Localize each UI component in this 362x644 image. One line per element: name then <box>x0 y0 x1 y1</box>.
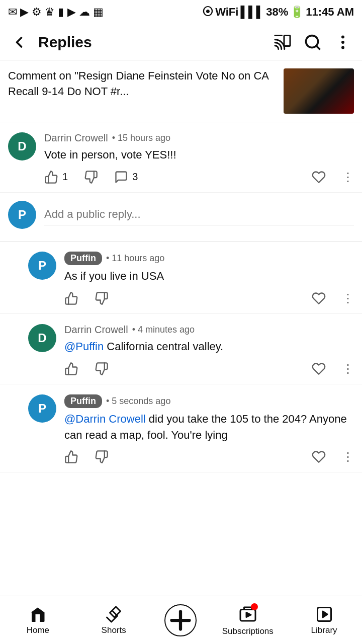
author-badge-puffin1: Puffin <box>64 252 102 265</box>
heart-button-darrin1[interactable] <box>312 170 326 184</box>
nav-library[interactable]: Library <box>299 605 349 635</box>
comment-header-puffin1: P Puffin • 11 hours ago As if you live i… <box>28 252 354 305</box>
nav-subscriptions-label: Subscriptions <box>222 626 274 636</box>
comment-meta-puffin2: Puffin • 5 seconds ago <box>64 394 354 408</box>
nav-home[interactable]: Home <box>13 605 63 635</box>
wifi-icon: WiFi <box>215 6 238 19</box>
heart-button-puffin2[interactable] <box>312 450 326 464</box>
svg-point-3 <box>341 35 344 38</box>
nav-library-label: Library <box>311 625 337 635</box>
comment-actions-puffin1: ⋮ <box>64 291 354 305</box>
svg-line-2 <box>316 45 320 49</box>
comment-header-darrin2: D Darrin Crowell • 4 minutes ago @Puffin… <box>28 324 354 376</box>
reply-count-darrin1: 3 <box>132 171 138 183</box>
heart-button-puffin1[interactable] <box>312 291 326 305</box>
nav-create-button[interactable] <box>164 604 197 636</box>
battery-percent: 38% <box>266 6 288 19</box>
svg-marker-11 <box>323 611 327 617</box>
cast-button[interactable] <box>272 31 294 53</box>
avatar-reply-input: P <box>8 201 36 229</box>
comment-meta-puffin1: Puffin • 11 hours ago <box>64 252 354 265</box>
page-title: Replies <box>38 34 263 51</box>
location-icon: ⦿ <box>202 6 213 19</box>
avatar-puffin1: P <box>28 252 56 280</box>
dislike-button-darrin1[interactable] <box>84 170 98 184</box>
bottom-nav: Home Shorts Subscriptions Libr <box>0 596 362 644</box>
status-bar-right: ⦿ WiFi ▌▌▌ 38% 🔋 11:45 AM <box>202 6 354 19</box>
comment-actions-darrin1: 1 3 <box>44 170 354 184</box>
comment-meta-darrin1: Darrin Crowell • 15 hours ago <box>44 132 354 144</box>
comment-time-puffin1: • 11 hours ago <box>106 253 164 264</box>
like-count-darrin1: 1 <box>62 171 68 183</box>
status-bar: ✉ ▶ ⚙ ♛ ▮ ▶ ☁ ▦ ⦿ WiFi ▌▌▌ 38% 🔋 11:45 A… <box>0 0 362 24</box>
comment-item-darrin1: D Darrin Crowell • 15 hours ago Vote in … <box>0 122 362 193</box>
comment-text-darrin2: @Puffin California central valley. <box>64 339 354 355</box>
comment-time-puffin2: • 5 seconds ago <box>106 396 170 407</box>
subscriptions-badge-dot <box>251 603 258 610</box>
avatar-puffin2: P <box>28 394 56 423</box>
battery-icon: 🔋 <box>290 6 304 19</box>
comment-item-puffin2: P Puffin • 5 seconds ago @Darrin Crowell… <box>0 384 362 473</box>
comment-header: D Darrin Crowell • 15 hours ago Vote in … <box>8 132 354 184</box>
comment-item-darrin2: D Darrin Crowell • 4 minutes ago @Puffin… <box>0 314 362 384</box>
comment-time-darrin2: • 4 minutes ago <box>132 325 195 335</box>
reply-count-button-darrin1[interactable]: 3 <box>114 170 138 184</box>
comment-time-darrin1: • 15 hours ago <box>112 133 170 143</box>
comment-header-puffin2: P Puffin • 5 seconds ago @Darrin Crowell… <box>28 394 354 464</box>
comment-body-darrin1: Darrin Crowell • 15 hours ago Vote in pe… <box>44 132 354 184</box>
video-ref-text: Comment on "Resign Diane Feinstein Vote … <box>8 68 276 114</box>
dislike-button-puffin1[interactable] <box>95 291 109 305</box>
like-button-darrin1[interactable]: 1 <box>44 170 68 184</box>
nav-shorts-label: Shorts <box>102 625 126 635</box>
comment-body-puffin1: Puffin • 11 hours ago As if you live in … <box>64 252 354 305</box>
dislike-button-puffin2[interactable] <box>95 450 109 464</box>
svg-marker-9 <box>246 612 251 617</box>
mention-darrin: @Darrin Crowell <box>64 413 146 425</box>
author-badge-puffin2: Puffin <box>64 394 102 408</box>
more-options-puffin2[interactable]: ⋮ <box>342 450 354 464</box>
mention-puffin: @Puffin <box>64 340 104 353</box>
comment-actions-puffin2: ⋮ <box>64 450 354 464</box>
avatar-darrin1: D <box>8 132 36 160</box>
svg-rect-0 <box>284 35 290 46</box>
nav-shorts[interactable]: Shorts <box>88 605 139 635</box>
reply-input[interactable] <box>44 204 354 225</box>
top-nav: Replies <box>0 24 362 60</box>
search-button[interactable] <box>302 31 324 53</box>
more-options-darrin1[interactable]: ⋮ <box>342 170 354 184</box>
comment-text-puffin2: @Darrin Crowell did you take the 105 to … <box>64 411 354 443</box>
svg-point-4 <box>341 41 344 44</box>
avatar-darrin2: D <box>28 324 56 352</box>
video-reference[interactable]: Comment on "Resign Diane Feinstein Vote … <box>0 60 362 122</box>
comment-text-puffin1: As if you live in USA <box>64 268 354 284</box>
main-content: Comment on "Resign Diane Feinstein Vote … <box>0 60 362 523</box>
like-button-darrin2[interactable] <box>64 362 78 376</box>
nav-home-label: Home <box>27 625 49 635</box>
more-button[interactable] <box>332 31 354 53</box>
more-options-puffin1[interactable]: ⋮ <box>342 291 354 305</box>
status-bar-left: ✉ ▶ ⚙ ♛ ▮ ▶ ☁ ▦ <box>8 6 104 19</box>
clock: 11:45 AM <box>306 6 354 19</box>
comment-item-puffin1: P Puffin • 11 hours ago As if you live i… <box>0 242 362 314</box>
svg-point-5 <box>341 46 344 49</box>
dislike-button-darrin2[interactable] <box>95 362 109 376</box>
more-options-darrin2[interactable]: ⋮ <box>342 362 354 376</box>
nav-subscriptions[interactable]: Subscriptions <box>222 604 274 636</box>
heart-button-darrin2[interactable] <box>312 362 326 376</box>
video-thumbnail <box>284 68 354 114</box>
back-button[interactable] <box>8 31 30 53</box>
comment-meta-darrin2: Darrin Crowell • 4 minutes ago <box>64 324 354 336</box>
comment-body-puffin2: Puffin • 5 seconds ago @Darrin Crowell d… <box>64 394 354 464</box>
comment-body-darrin2: Darrin Crowell • 4 minutes ago @Puffin C… <box>64 324 354 376</box>
notification-icons: ✉ ▶ ⚙ ♛ ▮ ▶ ☁ ▦ <box>8 6 104 19</box>
comment-text-darrin1: Vote in person, vote YES!!! <box>44 147 354 163</box>
like-button-puffin2[interactable] <box>64 450 78 464</box>
signal-icon: ▌▌▌ <box>240 6 264 19</box>
comment-actions-darrin2: ⋮ <box>64 362 354 376</box>
author-name-darrin2: Darrin Crowell <box>64 324 128 336</box>
reply-input-row: P <box>0 193 362 242</box>
author-name-darrin1: Darrin Crowell <box>44 132 108 144</box>
like-button-puffin1[interactable] <box>64 291 78 305</box>
